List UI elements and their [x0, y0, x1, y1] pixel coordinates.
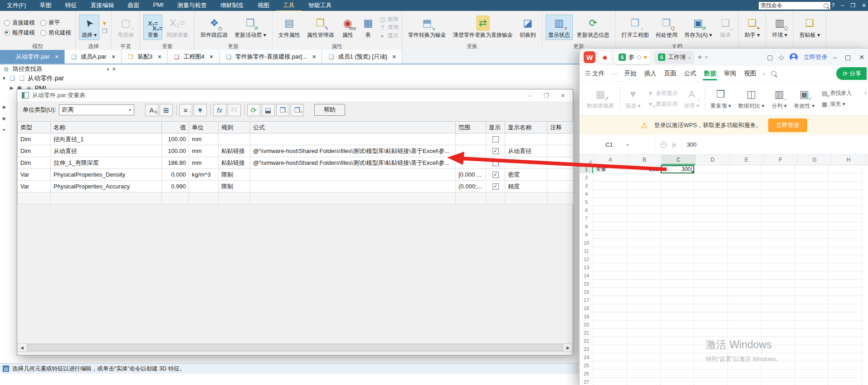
empty-cell[interactable] — [51, 192, 162, 204]
var-cell-note[interactable] — [547, 169, 573, 181]
sheet-cell-C19[interactable] — [661, 312, 694, 321]
sheet-cell-G2[interactable] — [795, 173, 829, 182]
wps-window-button[interactable]: ▢ — [845, 54, 851, 61]
menu-item-文件(F)[interactable]: 文件(F) — [0, 0, 33, 11]
sheet-cell-B5[interactable] — [627, 198, 661, 206]
row-header-16[interactable]: 16 — [580, 288, 594, 296]
docer-icon[interactable]: ◆ — [599, 51, 611, 64]
sheet-cell-B14[interactable] — [627, 271, 661, 280]
sheet-cell-D10[interactable] — [694, 239, 728, 247]
var-cell-range[interactable]: (0.000;... — [456, 181, 486, 192]
wps-window-button[interactable]: ✕ — [859, 54, 864, 61]
sheet-cell-G24[interactable] — [795, 353, 829, 361]
row-header-20[interactable]: 20 — [580, 321, 594, 329]
sheet-cell-C20[interactable] — [661, 321, 694, 329]
sheet-cell-F6[interactable] — [761, 206, 795, 214]
wps-menu-视图[interactable]: 视图 — [743, 67, 757, 80]
sheet-cell-D19[interactable] — [694, 312, 728, 321]
sheet-cell-G22[interactable] — [795, 337, 829, 345]
var-cell-name[interactable]: 拉伸_1_有限深度 — [51, 157, 162, 169]
wps-logo-icon[interactable]: W — [584, 51, 595, 63]
var-cell-name[interactable]: PhysicalProperties_Accuracy — [51, 181, 162, 192]
window-button[interactable]: ‒ — [841, 2, 844, 9]
sheet-cell-D26[interactable] — [694, 370, 728, 378]
sheet-cell-A18[interactable] — [594, 304, 627, 312]
sheet-cell-E8[interactable] — [728, 222, 761, 231]
sheet-cell-D17[interactable] — [694, 296, 728, 304]
wps-window-button[interactable]: – — [833, 54, 837, 61]
sheet-cell-D25[interactable] — [694, 361, 728, 370]
radio-直接建模[interactable]: 直接建模 — [4, 19, 35, 27]
sheet-cell-B10[interactable] — [627, 239, 661, 247]
empty-cell[interactable] — [456, 192, 486, 204]
sheet-cell-C26[interactable] — [661, 370, 694, 378]
sheet-cell-E7[interactable] — [728, 214, 761, 222]
sheet-cell-G20[interactable] — [795, 321, 829, 329]
sheet-cell-H14[interactable] — [829, 271, 862, 280]
login-link[interactable]: 立即登录 — [804, 53, 827, 61]
sheet-cell-G9[interactable] — [795, 231, 829, 239]
empty-cell[interactable] — [486, 192, 505, 204]
sheet-cell-H1[interactable] — [829, 165, 862, 173]
fx-icon[interactable]: fx — [672, 141, 676, 148]
sheet-cell-G11[interactable] — [795, 247, 829, 255]
wps-title-bar[interactable]: W ◆ S 参 S 工作簿 › + ▾ ▢ ◇ 立即登录 –▢✕ — [580, 49, 868, 66]
sheet-cell-G21[interactable] — [795, 329, 829, 337]
avatar[interactable] — [790, 53, 798, 61]
sheet-cell-D11[interactable] — [694, 247, 728, 255]
sheet-cell-B12[interactable] — [627, 255, 661, 263]
sheet-cell-H8[interactable] — [829, 222, 862, 231]
sheet-cell-G6[interactable] — [795, 206, 829, 214]
row-header-8[interactable]: 8 — [580, 222, 594, 231]
sheet-cell-B20[interactable] — [627, 321, 661, 329]
ribbon-button-文件属性[interactable]: 文件属性 — [276, 15, 303, 40]
var-cell-value[interactable]: 100.00 — [162, 133, 189, 145]
show-checkbox[interactable]: ✓ — [493, 172, 499, 178]
menu-item-曲面[interactable]: 曲面 — [121, 0, 146, 11]
var-cell-range[interactable] — [456, 145, 486, 157]
radio-顺序建模[interactable]: 顺序建模 — [4, 29, 35, 37]
ribbon-button-变量[interactable]: 变量 — [143, 15, 162, 40]
empty-cell[interactable] — [18, 192, 51, 204]
var-cell-range[interactable] — [456, 157, 486, 169]
sheet-cell-F18[interactable] — [761, 304, 795, 312]
var-cell-display-name[interactable] — [505, 133, 547, 145]
sheet-cell-D6[interactable] — [694, 206, 728, 214]
formula-value[interactable]: 300 — [682, 139, 697, 151]
sheet-cell-A25[interactable] — [594, 361, 627, 370]
row-header-2[interactable]: 2 — [580, 173, 594, 182]
var-cell-type[interactable]: Dim — [18, 145, 51, 157]
ribbon-button-属性管理器[interactable]: 属性管理器 — [304, 15, 337, 40]
sheet-cell-H2[interactable] — [829, 173, 862, 182]
panel-expand-icon[interactable]: › — [864, 89, 867, 96]
var-cell-unit[interactable]: kg/m^3 — [189, 169, 219, 181]
var-cell-formula[interactable] — [250, 133, 456, 145]
sheet-cell-A26[interactable] — [594, 370, 627, 378]
sheet-cell-C23[interactable] — [661, 345, 694, 353]
sheet-cell-E23[interactable] — [728, 345, 761, 353]
sheet-cell-G3[interactable] — [795, 182, 829, 190]
sheet-cell-F11[interactable] — [761, 247, 795, 255]
sheet-cell-B13[interactable] — [627, 263, 661, 271]
empty-cell[interactable] — [547, 192, 573, 204]
dialog-window-button[interactable]: – — [528, 92, 532, 99]
sheet-cell-A21[interactable] — [594, 329, 627, 337]
wps-menu-审阅[interactable]: 审阅 — [723, 67, 737, 80]
sheet-cell-A2[interactable] — [594, 173, 627, 182]
command-search-input[interactable]: 查找命令 — [758, 1, 831, 10]
sheet-cell-A7[interactable] — [594, 214, 627, 222]
row-header-21[interactable]: 21 — [580, 329, 594, 337]
ribbon-button-薄壁零件变换为直接钣金[interactable]: 薄壁零件变换为直接钣金 — [450, 15, 516, 40]
sheet-cell-D22[interactable] — [694, 337, 728, 345]
sheet-cell-D7[interactable] — [694, 214, 728, 222]
doc-tab-零件族零件-直接建模.par[...[interactable]: 零件族零件-直接建模.par[...✕ — [219, 50, 322, 64]
sheet-cell-A12[interactable] — [594, 255, 627, 263]
menu-item-PMI[interactable]: PMI — [146, 0, 171, 11]
ribbon-button-选择[interactable]: 选择 ▾ — [79, 15, 99, 40]
ribbon-button-打开工程图[interactable]: 打开工程图 — [619, 15, 652, 40]
ribbon-button-更新活动层[interactable]: 更新活动层 ▾ — [232, 15, 268, 40]
sheet-cell-F14[interactable] — [761, 271, 795, 280]
sheet-cell-F19[interactable] — [761, 312, 795, 321]
sheet-cell-F16[interactable] — [761, 288, 795, 296]
sheet-cell-G13[interactable] — [795, 263, 829, 271]
